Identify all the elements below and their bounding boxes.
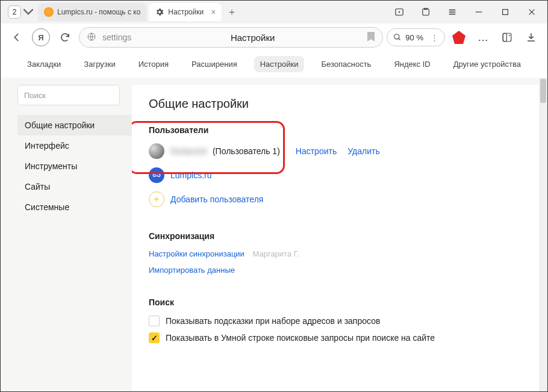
import-data-link[interactable]: Импортировать данные	[149, 266, 235, 275]
tab-settings[interactable]: Настройки ×	[149, 3, 222, 21]
zoom-value: 90 %	[405, 33, 423, 42]
sidebar-general[interactable]: Общие настройки	[17, 115, 132, 135]
tab-dropdown-icon[interactable]	[23, 5, 33, 19]
extensions-icon[interactable]	[413, 1, 439, 23]
user-configure-link[interactable]: Настроить	[296, 146, 337, 156]
favicon-lumpics	[44, 7, 54, 17]
more-icon[interactable]: …	[473, 27, 493, 48]
add-user-row[interactable]: + Добавить пользователя	[149, 191, 531, 207]
search-input[interactable]: Поиск	[17, 85, 120, 105]
settings-sidebar: Поиск Общие настройки Интерфейс Инструме…	[1, 78, 127, 392]
scrollbar[interactable]	[539, 78, 547, 392]
svg-rect-8	[503, 33, 506, 42]
address-bar[interactable]: settings Настройки	[79, 27, 383, 48]
opt-smartline-row[interactable]: Показывать в Умной строке поисковые запр…	[149, 332, 531, 343]
plus-icon: +	[149, 191, 164, 207]
section-search-title: Поиск	[149, 297, 531, 307]
sidebar-system[interactable]: Системные	[17, 197, 132, 217]
user-delete-link[interactable]: Удалить	[347, 146, 379, 156]
reload-button[interactable]	[55, 27, 75, 48]
sidebar-interface[interactable]: Интерфейс	[17, 135, 132, 156]
adblock-icon[interactable]	[449, 27, 469, 48]
maximize-button[interactable]	[492, 1, 518, 23]
topnav-downloads[interactable]: Загрузки	[78, 56, 121, 72]
topnav-security[interactable]: Безопасность	[315, 56, 377, 72]
zoom-indicator[interactable]: 90 % ⋮	[387, 28, 445, 46]
close-window-button[interactable]	[518, 1, 545, 23]
topnav-otherdevices[interactable]: Другие устройства	[447, 56, 527, 72]
heading-general: Общие настройки	[149, 97, 531, 111]
new-tab-button[interactable]: ＋	[224, 4, 240, 20]
avatar	[149, 143, 164, 159]
avatar-gamepad-icon	[149, 167, 164, 183]
section-users-title: Пользователи	[149, 125, 531, 135]
topnav-settings[interactable]: Настройки	[254, 56, 305, 72]
pip-icon[interactable]	[386, 1, 413, 23]
scrollbar-thumb[interactable]	[540, 79, 546, 103]
back-button[interactable]	[7, 27, 27, 48]
opt-smartline-label: Показывать в Умной строке поисковые запр…	[166, 333, 435, 343]
tab-title: Lumpics.ru - помощь с ко	[57, 8, 140, 16]
tab-count-badge[interactable]: 2	[8, 5, 21, 19]
main-panel: Общие настройки Пользователи Redacted (П…	[132, 85, 547, 392]
tab-title: Настройки	[168, 8, 204, 16]
svg-point-9	[509, 35, 510, 36]
globe-icon	[87, 32, 96, 43]
downloads-icon[interactable]	[521, 27, 541, 48]
opt-suggestions-row[interactable]: Показывать подсказки при наборе адресов …	[149, 316, 531, 326]
topnav-history[interactable]: История	[132, 56, 175, 72]
section-sync-title: Синхронизация	[149, 231, 531, 241]
topnav-extensions[interactable]: Расширения	[185, 56, 243, 72]
user-secondary-name: Lumpics.ru	[170, 170, 211, 180]
svg-point-6	[394, 34, 399, 39]
minimize-button[interactable]	[465, 1, 492, 23]
page-title: Настройки	[145, 33, 361, 43]
topnav-bookmarks[interactable]: Закладки	[21, 56, 67, 72]
settings-topnav: Закладки Загрузки История Расширения Нас…	[1, 51, 547, 78]
user-name-hidden: Redacted	[170, 146, 207, 156]
close-icon[interactable]: ×	[211, 7, 216, 17]
svg-rect-7	[503, 33, 511, 42]
sidepanel-icon[interactable]	[497, 27, 517, 48]
checkbox-checked[interactable]	[149, 332, 160, 343]
opt-suggestions-label: Показывать подсказки при наборе адресов …	[166, 316, 380, 326]
sidebar-tools[interactable]: Инструменты	[17, 156, 132, 176]
sync-account: Маргарита Г.	[252, 249, 299, 258]
magnifier-icon	[393, 33, 402, 42]
user-suffix: (Пользователь 1)	[213, 146, 280, 156]
svg-point-1	[399, 11, 400, 13]
content: Поиск Общие настройки Интерфейс Инструме…	[1, 78, 547, 392]
svg-rect-2	[423, 9, 429, 16]
yandex-home-button[interactable]: Я	[31, 27, 51, 48]
bookmark-icon[interactable]	[367, 32, 375, 43]
tab-lumpics[interactable]: Lumpics.ru - помощь с ко	[38, 3, 146, 21]
zoom-menu-icon[interactable]: ⋮	[431, 33, 438, 42]
user-primary-row: Redacted (Пользователь 1) Настроить Удал…	[149, 143, 531, 159]
add-user-link: Добавить пользователя	[170, 194, 263, 204]
sync-settings-link[interactable]: Настройки синхронизации	[149, 249, 244, 258]
user-secondary-row[interactable]: Lumpics.ru	[149, 167, 531, 183]
svg-rect-4	[503, 10, 508, 15]
sidebar-sites[interactable]: Сайты	[17, 176, 132, 197]
topnav-yandexid[interactable]: Яндекс ID	[388, 56, 436, 72]
titlebar: 2 Lumpics.ru - помощь с ко Настройки × ＋	[1, 1, 547, 23]
gear-icon	[155, 7, 164, 17]
menu-icon[interactable]	[439, 1, 465, 23]
checkbox-unchecked[interactable]	[149, 316, 160, 326]
toolbar: Я settings Настройки 90 % ⋮ …	[1, 23, 547, 51]
